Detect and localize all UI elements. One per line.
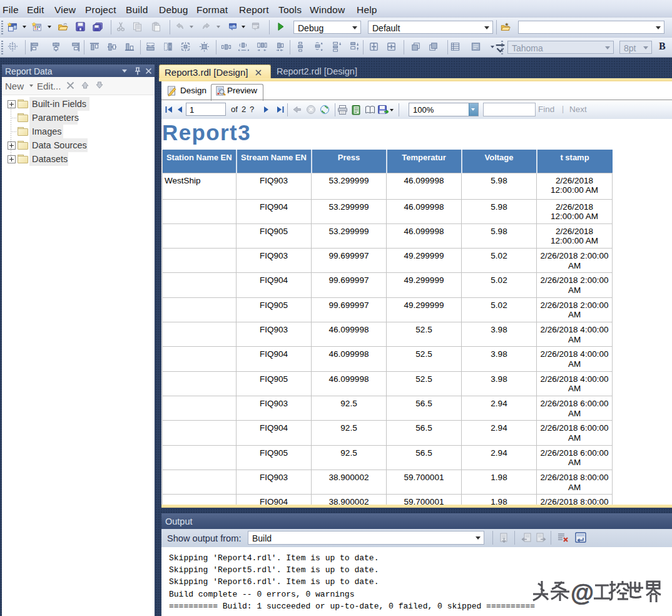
svg-text:@: @ (571, 580, 594, 605)
